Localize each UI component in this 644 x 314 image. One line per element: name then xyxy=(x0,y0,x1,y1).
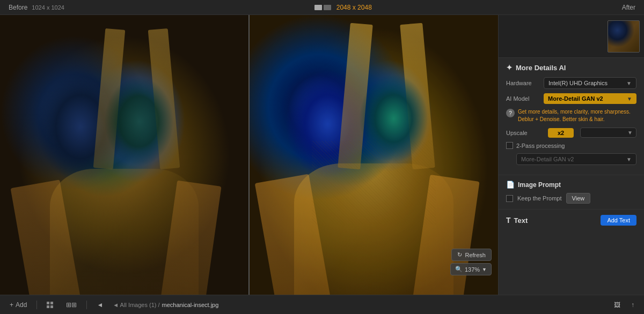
add-text-button[interactable]: Add Text xyxy=(601,215,636,226)
share-button[interactable]: ↑ xyxy=(628,300,638,310)
refresh-button[interactable]: ↻ Refresh xyxy=(451,249,492,261)
upscale-dropdown[interactable]: ▼ xyxy=(580,128,636,138)
after-size: 2048 x 2048 xyxy=(336,4,372,11)
after-label: After xyxy=(622,4,635,11)
top-bar: Before 1024 x 1024 2048 x 2048 After xyxy=(0,0,644,15)
nav-label: ◄ All Images (1) / xyxy=(113,302,159,308)
help-icon: ? xyxy=(506,109,515,117)
upscale-label: Upscale xyxy=(506,130,544,136)
two-pass-row[interactable]: 2-Pass processing xyxy=(506,142,636,149)
hint-text: Get more details, more clarity, more sha… xyxy=(518,108,636,123)
panel-title-text: More Details AI xyxy=(516,64,566,72)
before-info: Before 1024 x 1024 xyxy=(9,4,64,11)
zoom-button[interactable]: 🔍 137% ▼ xyxy=(450,263,492,275)
text-row: T Text Add Text xyxy=(506,215,636,226)
zoom-label: 137% xyxy=(465,266,480,273)
ai-model-label: AI Model xyxy=(506,95,544,102)
right-panel: ✦ More Details AI Hardware Intel(R) UHD … xyxy=(498,15,644,295)
hardware-dropdown-arrow: ▼ xyxy=(626,80,632,86)
ai-model-row: AI Model More-Detail GAN v2 ▼ xyxy=(506,93,636,104)
main-content: ↻ Refresh 🔍 137% ▼ ✦ More Details AI xyxy=(0,15,644,295)
sub-model-arrow: ▼ xyxy=(626,156,632,162)
image-info-button[interactable]: 🖼 xyxy=(611,300,624,310)
before-size: 1024 x 1024 xyxy=(32,4,64,11)
refresh-label: Refresh xyxy=(465,252,486,258)
hardware-value: Intel(R) UHD Graphics xyxy=(548,80,608,86)
view-button[interactable]: View xyxy=(566,193,591,204)
separator-1 xyxy=(36,301,37,309)
before-label: Before xyxy=(9,4,27,11)
text-icon: T xyxy=(506,216,511,225)
keep-prompt-checkbox[interactable] xyxy=(506,195,513,202)
grid-view-button[interactable] xyxy=(43,300,56,310)
bottom-right: 🖼 ↑ xyxy=(611,300,638,310)
ai-model-value: More-Detail GAN v2 xyxy=(548,95,603,102)
bottom-bar: + Add ⊞⊞ ◄ ◄ All Images (1) / mechanical… xyxy=(0,295,644,314)
before-image xyxy=(0,15,248,295)
text-section: T Text Add Text xyxy=(499,210,644,231)
keep-prompt-row: Keep the Prompt View xyxy=(506,193,636,204)
file-path: ◄ All Images (1) / mechanical-insect.jpg xyxy=(113,302,604,308)
hardware-row: Hardware Intel(R) UHD Graphics ▼ xyxy=(506,77,636,89)
filmstrip-button[interactable]: ⊞⊞ xyxy=(63,300,80,310)
back-arrow-button[interactable]: ◄ xyxy=(93,300,106,310)
zoom-dropdown-icon: ▼ xyxy=(482,267,487,272)
two-pass-checkbox[interactable] xyxy=(506,142,513,149)
image-icon: 🖼 xyxy=(614,301,620,309)
split-view-toggle[interactable] xyxy=(314,5,331,10)
more-details-section: ✦ More Details AI Hardware Intel(R) UHD … xyxy=(499,58,644,175)
panel-title: ✦ More Details AI xyxy=(506,63,636,72)
image-prompt-title: 📄 Image Prompt xyxy=(506,181,636,189)
after-panel: ↻ Refresh 🔍 137% ▼ xyxy=(250,15,498,295)
image-area: ↻ Refresh 🔍 137% ▼ xyxy=(0,15,498,295)
ai-model-dropdown-arrow: ▼ xyxy=(627,96,632,102)
document-icon: 📄 xyxy=(506,181,515,189)
add-button[interactable]: + Add xyxy=(6,300,30,310)
before-panel xyxy=(0,15,250,295)
upscale-dropdown-arrow: ▼ xyxy=(627,130,633,136)
image-prompt-section: 📄 Image Prompt Keep the Prompt View xyxy=(499,175,644,210)
hardware-label: Hardware xyxy=(506,80,544,86)
after-info: After xyxy=(622,4,635,11)
two-pass-label: 2-Pass processing xyxy=(516,143,565,149)
separator-2 xyxy=(86,301,87,309)
plus-icon: + xyxy=(10,301,13,309)
hint-row: ? Get more details, more clarity, more s… xyxy=(506,108,636,123)
upscale-value: x2 xyxy=(548,128,574,138)
filmstrip-icon: ⊞⊞ xyxy=(66,301,77,309)
hardware-dropdown[interactable]: Intel(R) UHD Graphics ▼ xyxy=(544,77,636,89)
text-title-text: Text xyxy=(514,216,528,225)
grid-icon xyxy=(47,302,53,308)
image-thumbnail xyxy=(608,20,640,53)
wand-icon: ✦ xyxy=(506,63,513,72)
keep-prompt-label: Keep the Prompt xyxy=(517,195,562,201)
text-title: T Text xyxy=(506,216,528,225)
image-prompt-title-text: Image Prompt xyxy=(518,181,561,189)
upscale-row: Upscale x2 ▼ xyxy=(506,128,636,138)
magnifier-icon: 🔍 xyxy=(455,266,463,273)
sub-model-dropdown[interactable]: More-Detail GAN v2 ▼ xyxy=(516,153,636,165)
image-overlay: ↻ Refresh 🔍 137% ▼ xyxy=(450,249,492,275)
add-label: Add xyxy=(16,301,27,309)
thumbnail-area xyxy=(499,15,644,58)
left-arrow-icon: ◄ xyxy=(97,301,103,309)
sub-model-value: More-Detail GAN v2 xyxy=(521,156,574,162)
refresh-icon: ↻ xyxy=(457,251,462,258)
ai-model-dropdown[interactable]: More-Detail GAN v2 ▼ xyxy=(544,93,636,104)
filename: mechanical-insect.jpg xyxy=(162,302,219,308)
share-icon: ↑ xyxy=(631,301,634,309)
